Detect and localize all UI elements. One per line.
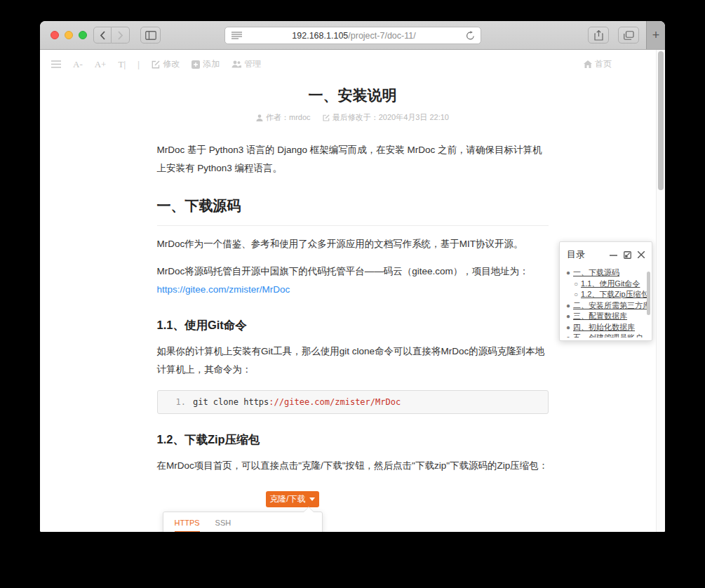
browser-titlebar: 192.168.1.105/project-7/doc-11/ + [40,21,665,50]
back-button[interactable] [93,27,112,44]
bullet-icon: ● [566,322,570,333]
code-block: 1.git clone https://gitee.com/zmister/Mr… [157,390,549,414]
paragraph: MrDoc作为一个借鉴、参考和使用了众多开源应用的文档写作系统，基于MIT协议开… [157,235,549,253]
gitee-screenshot-image: 克隆/下载 HTTPS SSH https://gitee.com/zmiste… [157,487,549,533]
paragraph: 在MrDoc项目首页，可以直接点击"克隆/下载"按钮，然后点击"下载zip"下载… [157,457,549,475]
toc-expand-button[interactable] [624,251,631,259]
doc-toolbar: A- A+ T| | 修改 添加 [40,50,665,76]
tabs-overview-icon [624,31,634,40]
reader-icon[interactable] [231,32,242,39]
toc-list: ●一、下载源码 ○1.1、使用Git命令 ○1.2、下载Zip压缩包 ●二、安装… [560,266,652,338]
modified-meta: 最后修改于：2020年4月3日 22:10 [323,112,449,123]
plus-icon: + [652,28,660,43]
url-text: 192.168.1.105/project-7/doc-11/ [242,31,466,41]
home-icon [584,60,592,68]
window-scrollbar[interactable] [656,50,665,532]
sidebar-icon [145,31,156,40]
code-text-highlight: ://gitee.com/zmister/MrDoc [269,397,401,407]
desktop: 192.168.1.105/project-7/doc-11/ + [0,0,705,588]
toolbar-separator: | [137,60,140,69]
panel-caret [304,507,314,512]
toc-header: 目录 [560,242,652,266]
tab-https: HTTPS [175,519,200,533]
chevron-right-icon [117,31,123,40]
minimize-window-button[interactable] [65,31,73,39]
edit-doc-button[interactable]: 修改 [152,58,180,70]
share-button[interactable] [588,27,609,44]
scrollbar-thumb[interactable] [658,51,664,190]
bullet-icon: ● [566,300,570,312]
bullet-icon: ● [566,267,570,279]
chevron-left-icon [100,31,106,40]
plus-square-icon [192,60,200,69]
toc-scrollbar[interactable] [647,272,650,315]
bullet-icon: ● [566,311,570,322]
author-meta: 作者：mrdoc [256,112,311,123]
toc-item: ●二、安装所需第三方库 [566,300,646,312]
code-line-number: 1. [176,397,186,407]
font-larger-button[interactable]: A+ [95,59,107,70]
caret-down-icon [309,497,315,501]
toc-item: ●四、初始化数据库 [566,322,646,333]
gitee-repo-link[interactable]: https://gitee.com/zmister/MrDoc [157,284,290,295]
toc-close-button[interactable] [638,251,645,258]
users-icon [231,60,241,68]
font-serif-toggle-button[interactable]: T| [118,59,126,70]
new-tab-button[interactable]: + [646,21,665,49]
tab-ssh: SSH [215,519,231,533]
paragraph: 如果你的计算机上安装有Git工具，那么使用git clone命令可以直接将MrD… [157,342,549,380]
edit-icon [323,114,330,121]
intro-paragraph: MrDoc 基于 Python3 语言的 Django 框架编写而成，在安装 M… [157,141,549,178]
manage-button[interactable]: 管理 [231,58,261,70]
toc-item: ●五、创建管理员账户 [566,333,646,338]
section-heading-zip: 1.2、下载Zip压缩包 [157,432,549,448]
show-tabs-button[interactable] [618,27,639,44]
outline-toggle-button[interactable] [51,60,61,68]
document-body: 一、安装说明 作者：mrdoc 最后修改于：2020年4月3日 22:10 [157,86,549,532]
sidebar-toggle-button[interactable] [140,27,161,44]
address-bar[interactable]: 192.168.1.105/project-7/doc-11/ [224,27,481,44]
page-title: 一、安装说明 [157,86,549,105]
toc-panel: 目录 ●一、下载源码 ○1.1、使用Git命令 ○1.2、下载Zip压缩包 ●二… [559,241,652,341]
user-icon [256,114,263,121]
close-window-button[interactable] [51,31,59,39]
font-smaller-button[interactable]: A- [73,59,83,70]
bullet-icon: ● [566,333,570,338]
browser-window: 192.168.1.105/project-7/doc-11/ + [40,21,665,532]
background-page-lines [157,521,163,533]
paragraph: MrDoc将源码托管自开源中国旗下的代码托管平台——码云（gitee.com），… [157,262,549,300]
add-doc-button[interactable]: 添加 [192,58,220,70]
toc-minimize-button[interactable] [610,251,617,259]
toc-item: ○1.2、下载Zip压缩包 [574,289,646,300]
toc-item: ○1.1、使用Git命令 [574,279,646,290]
zoom-window-button[interactable] [79,31,87,39]
section-heading-download: 一、下载源码 [157,196,549,226]
home-link[interactable]: 首页 [584,58,612,70]
toc-item: ●一、下载源码 [566,267,646,279]
protocol-tabs: HTTPS SSH [163,512,322,533]
doc-meta: 作者：mrdoc 最后修改于：2020年4月3日 22:10 [157,112,549,123]
bullet-icon: ○ [574,279,578,290]
toc-title: 目录 [567,248,603,261]
clone-download-button-image: 克隆/下载 [266,491,319,507]
edit-icon [152,60,160,69]
toc-item: ●三、配置数据库 [566,311,646,322]
clone-dropdown-panel-image: HTTPS SSH https://gitee.com/zmister/MrDo… [163,512,323,533]
refresh-icon[interactable] [466,31,475,41]
forward-button[interactable] [112,27,130,44]
share-icon [594,30,603,41]
code-text: git clone https [193,397,269,407]
bullet-icon: ○ [574,289,578,300]
section-heading-git: 1.1、使用Git命令 [157,318,549,333]
